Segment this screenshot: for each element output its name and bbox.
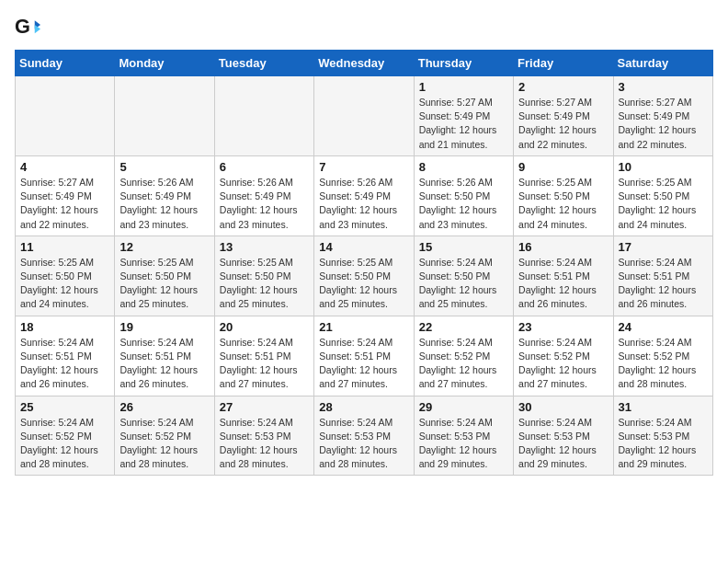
- calendar-cell: 28Sunrise: 5:24 AM Sunset: 5:53 PM Dayli…: [314, 396, 414, 476]
- calendar-week-row: 11Sunrise: 5:25 AM Sunset: 5:50 PM Dayli…: [16, 236, 713, 316]
- weekday-header-saturday: Saturday: [613, 51, 712, 76]
- calendar-cell: 9Sunrise: 5:25 AM Sunset: 5:50 PM Daylig…: [514, 155, 613, 236]
- day-number: 22: [419, 320, 508, 334]
- calendar-cell: 4Sunrise: 5:27 AM Sunset: 5:49 PM Daylig…: [16, 155, 115, 236]
- calendar-cell: [314, 76, 414, 156]
- weekday-header-tuesday: Tuesday: [214, 51, 313, 76]
- calendar-cell: 29Sunrise: 5:24 AM Sunset: 5:53 PM Dayli…: [414, 396, 513, 476]
- calendar-cell: 8Sunrise: 5:26 AM Sunset: 5:50 PM Daylig…: [414, 155, 513, 236]
- calendar-week-row: 25Sunrise: 5:24 AM Sunset: 5:52 PM Dayli…: [16, 396, 713, 476]
- day-number: 26: [119, 400, 209, 414]
- day-number: 15: [419, 240, 508, 254]
- calendar-cell: 26Sunrise: 5:24 AM Sunset: 5:52 PM Dayli…: [115, 396, 214, 476]
- day-info: Sunrise: 5:24 AM Sunset: 5:52 PM Dayligh…: [419, 336, 508, 392]
- calendar-cell: 22Sunrise: 5:24 AM Sunset: 5:52 PM Dayli…: [414, 316, 513, 396]
- day-number: 19: [119, 320, 209, 334]
- weekday-header-sunday: Sunday: [16, 51, 115, 76]
- day-number: 30: [518, 400, 608, 414]
- calendar-cell: 24Sunrise: 5:24 AM Sunset: 5:52 PM Dayli…: [613, 316, 712, 396]
- day-number: 21: [319, 320, 408, 334]
- calendar-cell: 3Sunrise: 5:27 AM Sunset: 5:49 PM Daylig…: [613, 76, 712, 156]
- weekday-header-thursday: Thursday: [414, 51, 513, 76]
- day-info: Sunrise: 5:24 AM Sunset: 5:51 PM Dayligh…: [20, 336, 109, 392]
- day-info: Sunrise: 5:26 AM Sunset: 5:50 PM Dayligh…: [419, 176, 508, 232]
- day-info: Sunrise: 5:25 AM Sunset: 5:50 PM Dayligh…: [20, 256, 109, 312]
- day-number: 17: [619, 240, 708, 254]
- calendar-week-row: 4Sunrise: 5:27 AM Sunset: 5:49 PM Daylig…: [16, 155, 713, 236]
- calendar-cell: 10Sunrise: 5:25 AM Sunset: 5:50 PM Dayli…: [613, 155, 712, 236]
- day-info: Sunrise: 5:24 AM Sunset: 5:52 PM Dayligh…: [518, 336, 608, 392]
- day-number: 29: [419, 400, 508, 414]
- calendar-cell: 11Sunrise: 5:25 AM Sunset: 5:50 PM Dayli…: [16, 236, 115, 316]
- day-info: Sunrise: 5:25 AM Sunset: 5:50 PM Dayligh…: [119, 256, 209, 312]
- day-info: Sunrise: 5:26 AM Sunset: 5:49 PM Dayligh…: [220, 176, 309, 232]
- day-number: 16: [518, 240, 608, 254]
- day-info: Sunrise: 5:24 AM Sunset: 5:51 PM Dayligh…: [518, 256, 608, 312]
- calendar-cell: 19Sunrise: 5:24 AM Sunset: 5:51 PM Dayli…: [115, 316, 214, 396]
- weekday-header-monday: Monday: [115, 51, 214, 76]
- calendar-cell: 27Sunrise: 5:24 AM Sunset: 5:53 PM Dayli…: [214, 396, 313, 476]
- day-number: 5: [119, 160, 209, 174]
- day-info: Sunrise: 5:24 AM Sunset: 5:53 PM Dayligh…: [419, 416, 508, 472]
- day-info: Sunrise: 5:26 AM Sunset: 5:49 PM Dayligh…: [119, 176, 209, 232]
- day-info: Sunrise: 5:24 AM Sunset: 5:50 PM Dayligh…: [419, 256, 508, 312]
- day-info: Sunrise: 5:25 AM Sunset: 5:50 PM Dayligh…: [518, 176, 608, 232]
- day-number: 27: [220, 400, 309, 414]
- day-number: 13: [220, 240, 309, 254]
- calendar-table: SundayMondayTuesdayWednesdayThursdayFrid…: [15, 50, 713, 476]
- calendar-cell: 7Sunrise: 5:26 AM Sunset: 5:49 PM Daylig…: [314, 155, 414, 236]
- day-number: 2: [518, 80, 608, 94]
- calendar-body: 1Sunrise: 5:27 AM Sunset: 5:49 PM Daylig…: [16, 76, 713, 476]
- logo: G: [15, 15, 44, 40]
- svg-text:G: G: [15, 15, 30, 38]
- day-number: 3: [619, 80, 708, 94]
- day-info: Sunrise: 5:26 AM Sunset: 5:49 PM Dayligh…: [319, 176, 408, 232]
- day-number: 18: [20, 320, 109, 334]
- day-number: 6: [220, 160, 309, 174]
- day-info: Sunrise: 5:24 AM Sunset: 5:51 PM Dayligh…: [319, 336, 408, 392]
- calendar-cell: [115, 76, 214, 156]
- calendar-cell: 21Sunrise: 5:24 AM Sunset: 5:51 PM Dayli…: [314, 316, 414, 396]
- day-info: Sunrise: 5:24 AM Sunset: 5:52 PM Dayligh…: [619, 336, 708, 392]
- day-info: Sunrise: 5:24 AM Sunset: 5:52 PM Dayligh…: [119, 416, 209, 472]
- calendar-cell: 23Sunrise: 5:24 AM Sunset: 5:52 PM Dayli…: [514, 316, 613, 396]
- calendar-cell: 14Sunrise: 5:25 AM Sunset: 5:50 PM Dayli…: [314, 236, 414, 316]
- day-number: 12: [119, 240, 209, 254]
- calendar-cell: 30Sunrise: 5:24 AM Sunset: 5:53 PM Dayli…: [514, 396, 613, 476]
- calendar-cell: 18Sunrise: 5:24 AM Sunset: 5:51 PM Dayli…: [16, 316, 115, 396]
- day-info: Sunrise: 5:24 AM Sunset: 5:51 PM Dayligh…: [619, 256, 708, 312]
- day-info: Sunrise: 5:25 AM Sunset: 5:50 PM Dayligh…: [619, 176, 708, 232]
- calendar-cell: 6Sunrise: 5:26 AM Sunset: 5:49 PM Daylig…: [214, 155, 313, 236]
- calendar-cell: 12Sunrise: 5:25 AM Sunset: 5:50 PM Dayli…: [115, 236, 214, 316]
- day-number: 28: [319, 400, 408, 414]
- calendar-cell: 17Sunrise: 5:24 AM Sunset: 5:51 PM Dayli…: [613, 236, 712, 316]
- day-info: Sunrise: 5:24 AM Sunset: 5:53 PM Dayligh…: [319, 416, 408, 472]
- calendar-cell: 1Sunrise: 5:27 AM Sunset: 5:49 PM Daylig…: [414, 76, 513, 156]
- day-info: Sunrise: 5:27 AM Sunset: 5:49 PM Dayligh…: [20, 176, 109, 232]
- day-number: 1: [419, 80, 508, 94]
- day-info: Sunrise: 5:27 AM Sunset: 5:49 PM Dayligh…: [619, 96, 708, 152]
- day-info: Sunrise: 5:24 AM Sunset: 5:51 PM Dayligh…: [220, 336, 309, 392]
- calendar-cell: 31Sunrise: 5:24 AM Sunset: 5:53 PM Dayli…: [613, 396, 712, 476]
- day-number: 7: [319, 160, 408, 174]
- calendar-cell: 13Sunrise: 5:25 AM Sunset: 5:50 PM Dayli…: [214, 236, 313, 316]
- day-number: 24: [619, 320, 708, 334]
- day-number: 4: [20, 160, 109, 174]
- calendar-header: SundayMondayTuesdayWednesdayThursdayFrid…: [16, 51, 713, 76]
- day-number: 9: [518, 160, 608, 174]
- calendar-cell: [16, 76, 115, 156]
- page-header: G: [15, 15, 713, 40]
- calendar-cell: 2Sunrise: 5:27 AM Sunset: 5:49 PM Daylig…: [514, 76, 613, 156]
- day-info: Sunrise: 5:25 AM Sunset: 5:50 PM Dayligh…: [319, 256, 408, 312]
- day-info: Sunrise: 5:25 AM Sunset: 5:50 PM Dayligh…: [220, 256, 309, 312]
- day-info: Sunrise: 5:24 AM Sunset: 5:53 PM Dayligh…: [220, 416, 309, 472]
- day-number: 20: [220, 320, 309, 334]
- day-number: 31: [619, 400, 708, 414]
- logo-icon: G: [15, 15, 40, 40]
- day-info: Sunrise: 5:27 AM Sunset: 5:49 PM Dayligh…: [518, 96, 608, 152]
- day-number: 8: [419, 160, 508, 174]
- calendar-cell: 20Sunrise: 5:24 AM Sunset: 5:51 PM Dayli…: [214, 316, 313, 396]
- calendar-cell: 16Sunrise: 5:24 AM Sunset: 5:51 PM Dayli…: [514, 236, 613, 316]
- calendar-cell: [214, 76, 313, 156]
- day-info: Sunrise: 5:27 AM Sunset: 5:49 PM Dayligh…: [419, 96, 508, 152]
